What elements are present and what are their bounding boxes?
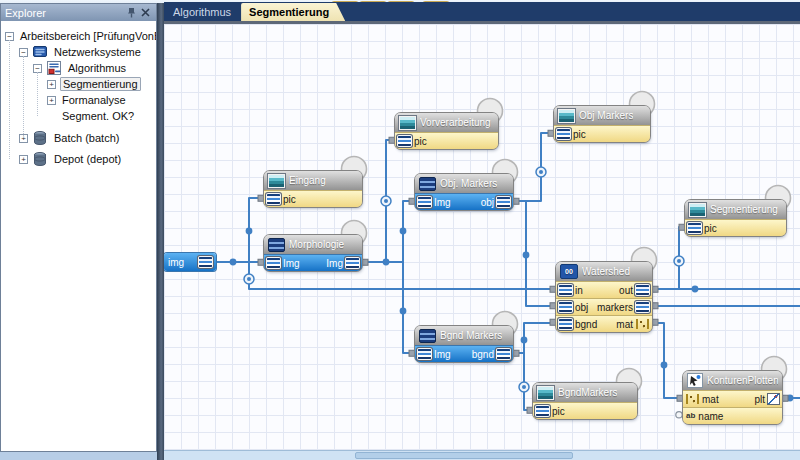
node-connector-row[interactable]: inout [556,281,652,298]
scrollbar-thumb[interactable] [355,452,573,459]
node-header[interactable]: Obj. Markers [415,174,513,193]
tab-algorithmus[interactable]: Algorithmus [165,3,241,21]
node-connector-row[interactable]: objmarkers [556,298,652,315]
port-stub-right[interactable] [513,198,519,204]
image-thumbnail-icon [399,116,416,130]
connector-right: Img [326,258,359,269]
tree-item-segment-ok[interactable]: Segment. OK? [1,108,156,124]
node-title: Morphologie [289,239,344,250]
image-port-icon [346,258,359,268]
port-stub-right[interactable] [652,303,658,309]
connector-left: pic [398,136,427,147]
node-title: Bgnd Markers [440,330,502,341]
network-canvas[interactable]: EingangpicVorverarbeitungpicObj Markersp… [164,24,800,451]
node-header[interactable]: Vorverarbeitung [395,113,498,132]
node-eingang[interactable]: Eingangpic [264,171,362,207]
node-connector-row[interactable]: matplt [683,390,782,407]
wire-junction-ring-dot [677,259,681,263]
node-segmentierung[interactable]: Segmentierungpic [685,200,786,236]
node-title: Obj. Markers [440,178,497,189]
subnetwork-icon [268,238,285,252]
connector-left: in [559,285,583,296]
image-port-icon [636,302,649,312]
node-obj-markers[interactable]: Obj. MarkersImgobj [415,174,513,210]
connector-label: Img [283,258,300,269]
node-vorverarbeitung[interactable]: Vorverarbeitungpic [395,113,498,149]
tree-item-formanalyse[interactable]: +Formanalyse [1,92,156,108]
node-morphologie[interactable]: MorphologieImgImg [264,235,362,271]
node-header[interactable]: 00Watershed [556,262,652,281]
horizontal-scrollbar[interactable] [164,450,800,460]
connection-wire[interactable] [526,201,552,306]
node-connector-row[interactable]: pic [264,190,362,207]
node-header[interactable]: Eingang [264,171,362,190]
algorithm-icon [46,60,62,76]
tree-item-depot-depot[interactable]: +Depot (depot) [1,151,156,167]
expand-icon[interactable]: + [47,96,56,105]
document-tabbar: AlgorithmusSegmentierung [164,2,800,21]
tree-item-batch-batch[interactable]: +Batch (batch) [1,130,156,146]
explorer-titlebar: Explorer [1,4,156,21]
connection-wire[interactable] [403,262,411,353]
port-open[interactable] [676,412,682,418]
node-connector-row[interactable]: pic [554,125,650,142]
port-stub-right[interactable] [652,286,658,292]
tree-guide-line [9,40,10,159]
node-header[interactable]: Morphologie [264,235,362,254]
database-icon [32,151,48,167]
connector-left: abname [686,411,723,422]
node-header[interactable]: KonturenPlotten [683,371,782,390]
node-connector-row[interactable]: Imgobj [415,193,513,210]
connector-label: pic [552,406,565,417]
connector-right: bgnd [472,349,510,360]
tree-item-label: Batch (batch) [52,132,121,144]
tree-item-algorithmus[interactable]: −Algorithmus [1,60,156,76]
connector-left: mat [686,394,719,405]
port-stub-right[interactable] [362,259,368,265]
connection-wire[interactable] [656,323,679,398]
node-konturen-plotten[interactable]: KonturenPlottenmatpltabname [683,371,782,424]
node-connector-row[interactable]: Imgbgnd [415,345,513,362]
node-connector-row[interactable]: ImgImg [264,254,362,271]
tree-item-segmentierung[interactable]: +Segmentierung [1,76,156,92]
connector-label: bgnd [575,319,597,330]
node-connector-row[interactable]: bgndmat [556,315,652,332]
expand-icon[interactable]: + [47,80,56,89]
port-stub-right[interactable] [782,395,788,401]
pin-icon[interactable] [124,6,138,19]
tree-item-arbeitsbereich-prüfungvonbieget[interactable]: −Arbeitsbereich [PrüfungVonBieget [1,28,156,44]
node-obj-markers-view[interactable]: Obj Markerspic [554,106,650,142]
tab-segmentierung[interactable]: Segmentierung [241,3,345,21]
wire-junction-dot [383,259,390,266]
node-connector-row[interactable]: pic [533,402,637,419]
node-watershed[interactable]: 00Watershedinoutobjmarkersbgndmat [556,262,652,332]
node-connector-row[interactable]: pic [395,132,498,149]
node-header[interactable]: Bgnd Markers [415,326,513,345]
node-connector-row[interactable]: pic [685,219,786,236]
node-header[interactable]: Segmentierung [685,200,786,219]
node-header[interactable]: Obj Markers [554,106,650,125]
connector-label: pic [283,194,296,205]
close-icon[interactable] [138,6,152,19]
wire-junction-dot [230,259,237,266]
expand-icon[interactable]: + [19,155,28,164]
tree-guide-line [37,72,38,116]
tree-item-netzwerksysteme[interactable]: −Netzwerksysteme [1,44,156,60]
image-port-icon [418,197,431,207]
matrix-port-icon [636,319,649,329]
explorer-panel-title: Explorer [5,7,124,19]
node-bgnd-markers[interactable]: Bgnd MarkersImgbgnd [415,326,513,362]
panel-splitter[interactable] [157,3,164,460]
connection-wire[interactable] [517,133,550,201]
port-stub-right[interactable] [652,319,658,325]
port-stub-right[interactable] [513,350,519,356]
node-header[interactable]: BgndMarkers [533,383,637,402]
connector-right: plt [754,394,779,405]
node-bgndmarkers-view[interactable]: BgndMarkerspic [533,383,637,419]
node-connector-row[interactable]: abname [683,407,782,424]
connector-label: plt [754,394,765,405]
image-port-icon [557,129,570,139]
wire-junction-dot [661,362,668,369]
network-input-img[interactable]: img [164,253,216,271]
image-port-icon [688,223,701,233]
